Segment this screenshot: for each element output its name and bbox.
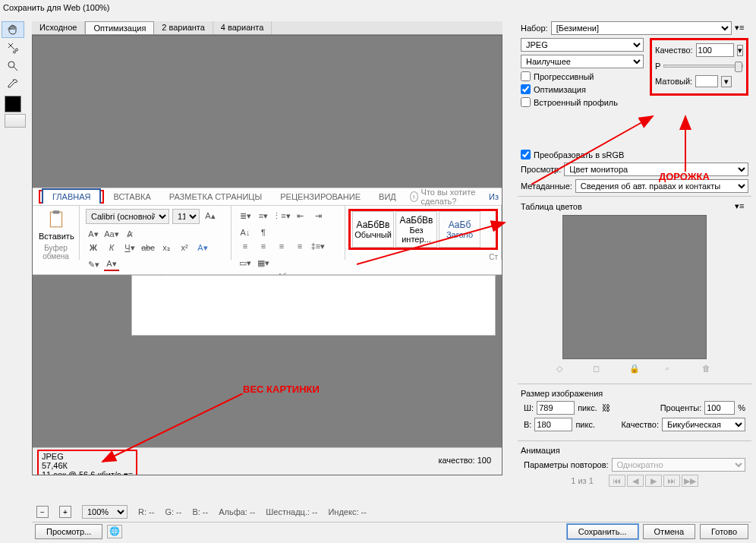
numbering-icon[interactable]: ≡▾: [256, 209, 271, 223]
ct-icon-spot[interactable]: ◇: [556, 364, 567, 374]
subscript-icon[interactable]: x₂: [159, 241, 174, 254]
color-table[interactable]: [562, 215, 707, 359]
link-icon[interactable]: ⛓: [602, 403, 610, 412]
shading-icon[interactable]: ▭▾: [238, 256, 253, 270]
height-input[interactable]: [534, 418, 572, 431]
anim-page: 1 из 1: [571, 476, 594, 485]
ct-icon-lock[interactable]: 🔒: [629, 364, 640, 374]
zoom-out-button[interactable]: −: [36, 506, 49, 518]
indent-icon[interactable]: ⇥: [310, 209, 326, 223]
metadata-select[interactable]: Сведения об авт. правах и контакты: [575, 179, 748, 193]
zoom-in-button[interactable]: +: [59, 506, 71, 518]
preview-button[interactable]: Просмотр...: [35, 524, 102, 539]
slice-tool[interactable]: [2, 39, 24, 56]
align-left-icon[interactable]: ≡: [238, 239, 253, 253]
ct-icon-delete[interactable]: 🗑: [702, 364, 713, 374]
superscript-icon[interactable]: x²: [177, 241, 192, 254]
embed-profile-label: Встроенный профиль: [534, 98, 618, 107]
ribbon-changes[interactable]: Из: [489, 192, 499, 201]
preview-label: Просмотр:: [521, 165, 561, 174]
preview-canvas[interactable]: ГЛАВНАЯ ВСТАВКА РАЗМЕТКА СТРАНИЦЫ РЕЦЕНЗ…: [32, 35, 502, 475]
done-button[interactable]: Готово: [700, 524, 748, 539]
change-case-icon[interactable]: Aa▾: [104, 227, 119, 241]
srgb-checkbox[interactable]: [521, 150, 531, 159]
browser-icon[interactable]: 🌐: [107, 525, 122, 538]
tab-source[interactable]: Исходное: [32, 21, 85, 34]
eyedropper-tool[interactable]: [2, 76, 24, 93]
show-marks-icon[interactable]: ¶: [256, 226, 271, 239]
ribbon-tab-review[interactable]: РЕЦЕНЗИРОВАНИЕ: [271, 190, 370, 204]
matte-swatch[interactable]: [695, 75, 718, 87]
underline-icon[interactable]: Ч▾: [122, 241, 137, 254]
tell-me-hint[interactable]: Что вы хотите сделать?: [421, 188, 489, 206]
bullets-icon[interactable]: ≣▾: [238, 209, 253, 223]
animation-title: Анимация: [521, 446, 560, 455]
align-right-icon[interactable]: ≡: [274, 239, 289, 253]
zoom-tool[interactable]: [2, 58, 24, 74]
clear-format-icon[interactable]: A̷: [122, 227, 137, 241]
quality-dropdown-icon[interactable]: ▾: [737, 45, 743, 56]
loop-label: Параметры повторов:: [524, 460, 609, 469]
zoom-select[interactable]: 100%: [82, 505, 128, 519]
eyedropper-color[interactable]: [5, 96, 21, 112]
bottom-bar: Просмотр... 🌐 Сохранить... Отмена Готово: [32, 522, 751, 540]
ribbon-tab-view[interactable]: ВИД: [370, 190, 405, 204]
percent-input[interactable]: [704, 401, 735, 415]
font-size-select[interactable]: 11: [172, 209, 200, 224]
line-spacing-icon[interactable]: ‡≡▾: [310, 239, 326, 253]
shrink-font-icon[interactable]: A▾: [86, 227, 101, 241]
highlight-icon[interactable]: ✎▾: [86, 257, 101, 271]
matte-label: Матовый:: [655, 77, 692, 86]
colortable-menu-icon[interactable]: ▾≡: [735, 201, 748, 212]
matte-dropdown-icon[interactable]: ▾: [721, 76, 732, 87]
slice-visibility-toggle[interactable]: [5, 114, 26, 128]
progressive-checkbox[interactable]: [521, 71, 531, 81]
bold-icon[interactable]: Ж: [86, 241, 101, 254]
ct-icon-new[interactable]: ▫: [666, 364, 676, 374]
text-effect-icon[interactable]: A▾: [195, 241, 210, 254]
italic-icon[interactable]: К: [104, 241, 119, 254]
font-color-icon[interactable]: A▾: [104, 257, 119, 271]
preview-select[interactable]: Цвет монитора: [564, 163, 748, 176]
readout-index: Индекс: --: [328, 507, 366, 516]
width-input[interactable]: [537, 401, 575, 415]
strike-icon[interactable]: abc: [140, 241, 156, 254]
preset-menu-icon[interactable]: ▾≡: [735, 23, 748, 33]
ribbon-tab-home[interactable]: ГЛАВНАЯ: [42, 188, 101, 204]
quality-preset-select[interactable]: Наилучшее: [521, 55, 644, 68]
save-button[interactable]: Сохранить...: [567, 524, 638, 539]
justify-icon[interactable]: ≡: [292, 239, 307, 253]
paste-icon[interactable]: [46, 209, 66, 229]
ribbon-tab-layout[interactable]: РАЗМЕТКА СТРАНИЦЫ: [160, 190, 271, 204]
align-center-icon[interactable]: ≡: [256, 239, 271, 253]
anim-next-button: ▶: [645, 475, 662, 487]
optimized-checkbox[interactable]: [521, 84, 531, 94]
sort-icon[interactable]: A↓: [238, 226, 253, 239]
svg-point-0: [8, 62, 14, 68]
width-unit: пикс.: [578, 403, 597, 412]
cancel-button[interactable]: Отмена: [643, 524, 695, 539]
embed-profile-checkbox[interactable]: [521, 97, 531, 107]
preset-label: Набор:: [521, 24, 548, 33]
tab-optimized[interactable]: Оптимизация: [85, 21, 154, 34]
quality-slider[interactable]: [663, 65, 743, 68]
hand-tool[interactable]: [2, 21, 24, 38]
info-menu-icon[interactable]: ▾≡: [124, 470, 133, 475]
style-normal[interactable]: АаБбВвОбычный: [352, 211, 394, 248]
format-select[interactable]: JPEG: [521, 38, 644, 52]
grow-font-icon[interactable]: A▴: [203, 209, 218, 223]
ct-icon-shift[interactable]: ◻: [593, 364, 603, 374]
style-nospacing[interactable]: АаБбВвБез интер...: [395, 211, 437, 248]
quality-label: Качество:: [655, 46, 693, 55]
multilevel-icon[interactable]: ⋮≡▾: [274, 209, 289, 223]
quality-input[interactable]: [696, 43, 734, 57]
interp-select[interactable]: Бикубическая: [662, 418, 745, 431]
tab-4up[interactable]: 4 варианта: [213, 21, 272, 34]
preset-select[interactable]: [Безимени]: [551, 21, 732, 35]
borders-icon[interactable]: ▦▾: [256, 256, 271, 270]
outdent-icon[interactable]: ⇤: [292, 209, 307, 223]
font-name-select[interactable]: Calibri (основной): [86, 209, 169, 224]
ribbon-tab-insert[interactable]: ВСТАВКА: [104, 190, 159, 204]
tab-2up[interactable]: 2 варианта: [154, 21, 213, 34]
style-heading[interactable]: АаБбЗаголо: [439, 211, 480, 248]
